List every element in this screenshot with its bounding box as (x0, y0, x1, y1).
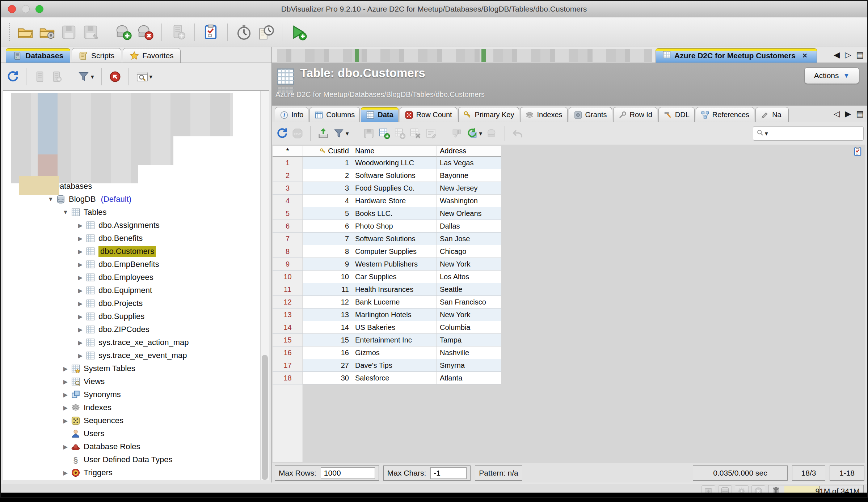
tree-item-tables[interactable]: ▼Tables (3, 206, 260, 219)
cell-address[interactable]: Seattle (437, 283, 501, 295)
column-header-custid[interactable]: CustId (303, 146, 352, 157)
tab-na[interactable]: Na (755, 107, 789, 122)
cell-name[interactable]: Food Supplies Co. (352, 182, 437, 194)
tab-ddl[interactable]: DDL (658, 107, 695, 122)
tab-list-button[interactable]: ▤ (856, 110, 864, 118)
max-chars-input[interactable] (430, 467, 467, 479)
cell-address[interactable]: Bayonne (437, 169, 501, 182)
column-chooser-icon[interactable] (853, 146, 863, 158)
tree-item-dbo-projects[interactable]: ▶dbo.Projects (3, 297, 260, 310)
cell-custid[interactable]: 14 (303, 321, 352, 333)
tab-favorites[interactable]: Favorites (123, 48, 180, 63)
dropdown-caret-icon[interactable]: ▾ (91, 74, 94, 80)
reload-data-button[interactable] (276, 128, 288, 139)
new-query-button[interactable] (290, 24, 307, 41)
table-row[interactable]: 88Computer SuppliesChicago (273, 245, 501, 258)
tree-scrollbar-thumb[interactable] (262, 355, 268, 480)
cell-custid[interactable]: 30 (303, 372, 352, 384)
cell-address[interactable]: San Jose (437, 233, 501, 245)
collapsed-arrow-icon[interactable]: ▶ (60, 391, 71, 398)
collapsed-arrow-icon[interactable]: ▶ (60, 443, 71, 450)
tree-item-synonyms[interactable]: ▶Synonyms (3, 388, 260, 401)
cell-address[interactable]: Atlanta (437, 372, 501, 384)
cell-name[interactable]: Hardware Store (352, 195, 437, 207)
tab-azure-d2c-for-meetup-customers[interactable]: Azure D2C for Meetup Customers × (656, 48, 817, 63)
cell-address[interactable]: New York (437, 258, 501, 270)
cell-address[interactable]: New Jersey (437, 182, 501, 194)
tab-row-count[interactable]: Row Count (400, 107, 457, 122)
grid-search-box[interactable]: ▾ (753, 126, 864, 141)
tree-item-partial[interactable]: ▶⚙ (3, 479, 260, 480)
cell-custid[interactable]: 12 (303, 296, 352, 308)
tree-item-dbo-empbenefits[interactable]: ▶dbo.EmpBenefits (3, 258, 260, 271)
disconnect-button[interactable] (137, 24, 153, 41)
tree-item-user-defined-data-types[interactable]: §User Defined Data Types (3, 453, 260, 466)
cell-name[interactable]: Western Publishers (352, 258, 437, 270)
table-row[interactable]: 1515Entertainment IncTampa (273, 334, 501, 346)
cell-custid[interactable]: 3 (303, 182, 352, 194)
cell-address[interactable]: Smyrna (437, 359, 501, 371)
toolbar-grip[interactable] (9, 23, 10, 41)
table-row[interactable]: 1212Bank LucerneSan Francisco (273, 296, 501, 309)
column-header-item[interactable]: * (273, 146, 303, 157)
actions-button[interactable]: Actions ▼ (804, 67, 859, 84)
expanded-arrow-icon[interactable]: ▼ (45, 196, 56, 203)
cell-address[interactable]: New Orleans (437, 207, 501, 220)
table-row[interactable]: 1727Dave's TipsSmyrna (273, 359, 501, 372)
tab-list-button[interactable]: ▤ (856, 51, 864, 59)
cell-name[interactable]: Dave's Tips (352, 359, 437, 371)
cell-custid[interactable]: 13 (303, 309, 352, 321)
column-header-name[interactable]: Name (352, 146, 437, 157)
tree-item-dbo-zipcodes[interactable]: ▶dbo.ZIPCodes (3, 323, 260, 336)
tree-item-dbo-equipment[interactable]: ▶dbo.Equipment (3, 284, 260, 297)
tree-item-views[interactable]: ▶Views (3, 375, 260, 388)
cell-custid[interactable]: 9 (303, 258, 352, 270)
close-window-button[interactable] (8, 5, 16, 13)
tree-item-sys-trace-xe-event-map[interactable]: ▶sys.trace_xe_event_map (3, 349, 260, 362)
collapsed-arrow-icon[interactable]: ▶ (60, 378, 71, 385)
refresh-objects-button[interactable] (7, 71, 19, 83)
cell-name[interactable]: Software Solutions (352, 233, 437, 245)
filter-objects-button[interactable]: ▾ (77, 71, 94, 83)
insert-row-button[interactable] (379, 128, 390, 139)
tree-item-indexes[interactable]: ▶Indexes (3, 401, 260, 414)
cell-address[interactable]: Columbia (437, 321, 501, 333)
cell-custid[interactable]: 8 (303, 245, 352, 258)
cell-custid[interactable]: 2 (303, 169, 352, 182)
tree-item-dbo-customers[interactable]: ▶dbo.Customers (3, 245, 260, 258)
table-row[interactable]: 99Western PublishersNew York (273, 258, 501, 271)
cell-custid[interactable]: 5 (303, 207, 352, 220)
collapsed-arrow-icon[interactable]: ▶ (75, 326, 86, 333)
collapsed-arrow-icon[interactable]: ▶ (75, 352, 86, 359)
cell-name[interactable]: Health Insurances (352, 283, 437, 295)
locate-object-button[interactable] (109, 71, 121, 83)
cell-custid[interactable]: 10 (303, 271, 352, 283)
tree-item-users[interactable]: Users (3, 427, 260, 440)
scroll-tabs-right-button[interactable]: ▷ (845, 51, 851, 59)
expanded-arrow-icon[interactable]: ▼ (60, 209, 71, 216)
collapsed-arrow-icon[interactable]: ▶ (60, 404, 71, 411)
close-tab-icon[interactable]: × (802, 51, 807, 60)
cell-custid[interactable]: 27 (303, 359, 352, 371)
tree-item-sys-trace-xe-action-map[interactable]: ▶sys.trace_xe_action_map (3, 336, 260, 349)
cell-custid[interactable]: 1 (303, 157, 352, 169)
max-rows-input[interactable] (321, 467, 375, 479)
scroll-tabs-left-button[interactable]: ◀ (834, 51, 840, 59)
tab-references[interactable]: References (696, 107, 754, 122)
tab-scripts[interactable]: Scripts (72, 48, 121, 63)
scroll-tabs-left-button[interactable]: ◁ (834, 110, 840, 118)
table-row[interactable]: 44Hardware StoreWashington (273, 195, 501, 207)
cell-name[interactable]: Software Solutions (352, 169, 437, 182)
table-row[interactable]: 66Photo ShopDallas (273, 220, 501, 233)
collapsed-arrow-icon[interactable]: ▶ (75, 261, 86, 268)
cell-name[interactable]: Marlington Hotels (352, 309, 437, 321)
collapsed-arrow-icon[interactable]: ▶ (60, 365, 71, 372)
table-row[interactable]: 22Software SolutionsBayonne (273, 169, 501, 182)
cell-address[interactable]: Dallas (437, 220, 501, 232)
collapsed-arrow-icon[interactable]: ▶ (75, 313, 86, 320)
tree-item-system-tables[interactable]: ▶System Tables (3, 362, 260, 375)
tree-item-dbo-employees[interactable]: ▶dbo.Employees (3, 271, 260, 284)
table-row[interactable]: 77Software SolutionsSan Jose (273, 233, 501, 245)
column-header-address[interactable]: Address (437, 146, 501, 157)
collapsed-arrow-icon[interactable]: ▶ (60, 417, 71, 424)
